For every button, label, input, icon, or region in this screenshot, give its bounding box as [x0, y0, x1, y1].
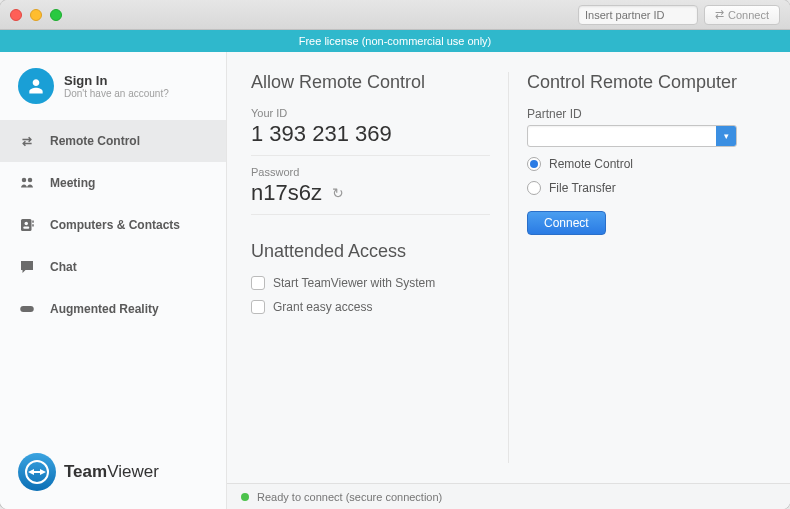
- sidebar-item-computers-contacts[interactable]: Computers & Contacts: [0, 204, 226, 246]
- signin-subtitle: Don't have an account?: [64, 88, 169, 99]
- sidebar-item-label: Chat: [50, 260, 77, 274]
- radio-icon: [527, 181, 541, 195]
- swap-icon: ⇄: [715, 8, 724, 21]
- titlebar-partner-id-input[interactable]: [578, 5, 698, 25]
- checkbox-label: Grant easy access: [273, 300, 372, 314]
- grant-easy-access-checkbox-row[interactable]: Grant easy access: [251, 300, 490, 314]
- checkbox-icon: [251, 276, 265, 290]
- partner-id-input[interactable]: [528, 126, 716, 146]
- svg-rect-4: [23, 227, 29, 229]
- signin-block[interactable]: Sign In Don't have an account?: [0, 52, 226, 120]
- status-bar: Ready to connect (secure connection): [227, 483, 790, 509]
- sidebar: Sign In Don't have an account? ⇄ Remote …: [0, 52, 227, 509]
- sidebar-item-label: Remote Control: [50, 134, 140, 148]
- your-id-value: 1 393 231 369: [251, 119, 490, 156]
- partner-id-combo[interactable]: ▾: [527, 125, 737, 147]
- brand-text: TeamViewer: [64, 462, 159, 482]
- partner-id-label: Partner ID: [527, 107, 766, 121]
- ar-icon: [18, 300, 36, 318]
- swap-icon: ⇄: [18, 132, 36, 150]
- status-indicator-icon: [241, 493, 249, 501]
- unattended-heading: Unattended Access: [251, 241, 490, 262]
- traffic-lights: [10, 9, 62, 21]
- svg-rect-5: [32, 221, 34, 223]
- dropdown-arrow-icon[interactable]: ▾: [716, 126, 736, 146]
- minimize-window-button[interactable]: [30, 9, 42, 21]
- mode-remote-control-radio[interactable]: Remote Control: [527, 157, 766, 171]
- sidebar-item-augmented-reality[interactable]: Augmented Reality: [0, 288, 226, 330]
- svg-point-1: [28, 178, 33, 183]
- allow-heading: Allow Remote Control: [251, 72, 490, 93]
- sidebar-item-label: Computers & Contacts: [50, 218, 180, 232]
- sidebar-item-chat[interactable]: Chat: [0, 246, 226, 288]
- sidebar-item-remote-control[interactable]: ⇄ Remote Control: [0, 120, 226, 162]
- brand-logo: TeamViewer: [0, 435, 226, 509]
- svg-rect-7: [20, 306, 34, 312]
- sidebar-item-meeting[interactable]: Meeting: [0, 162, 226, 204]
- teamviewer-logo-icon: [18, 453, 56, 491]
- your-id-label: Your ID: [251, 107, 490, 119]
- checkbox-icon: [251, 300, 265, 314]
- signin-title: Sign In: [64, 73, 169, 88]
- radio-label: File Transfer: [549, 181, 616, 195]
- chat-icon: [18, 258, 36, 276]
- zoom-window-button[interactable]: [50, 9, 62, 21]
- close-window-button[interactable]: [10, 9, 22, 21]
- start-with-system-checkbox-row[interactable]: Start TeamViewer with System: [251, 276, 490, 290]
- refresh-password-icon[interactable]: ↻: [332, 185, 344, 201]
- status-text: Ready to connect (secure connection): [257, 491, 442, 503]
- radio-label: Remote Control: [549, 157, 633, 171]
- mode-file-transfer-radio[interactable]: File Transfer: [527, 181, 766, 195]
- window-titlebar: ⇄ Connect: [0, 0, 790, 30]
- avatar-icon: [18, 68, 54, 104]
- password-value: n17s6z: [251, 180, 322, 206]
- sidebar-item-label: Meeting: [50, 176, 95, 190]
- svg-point-0: [22, 178, 27, 183]
- checkbox-label: Start TeamViewer with System: [273, 276, 435, 290]
- svg-point-3: [25, 222, 28, 225]
- license-banner: Free license (non-commercial use only): [0, 30, 790, 52]
- password-label: Password: [251, 166, 490, 178]
- titlebar-connect-button[interactable]: ⇄ Connect: [704, 5, 780, 25]
- people-icon: [18, 174, 36, 192]
- sidebar-item-label: Augmented Reality: [50, 302, 159, 316]
- titlebar-connect-label: Connect: [728, 9, 769, 21]
- radio-icon: [527, 157, 541, 171]
- connect-button[interactable]: Connect: [527, 211, 606, 235]
- svg-rect-6: [32, 224, 34, 226]
- control-heading: Control Remote Computer: [527, 72, 766, 93]
- contacts-icon: [18, 216, 36, 234]
